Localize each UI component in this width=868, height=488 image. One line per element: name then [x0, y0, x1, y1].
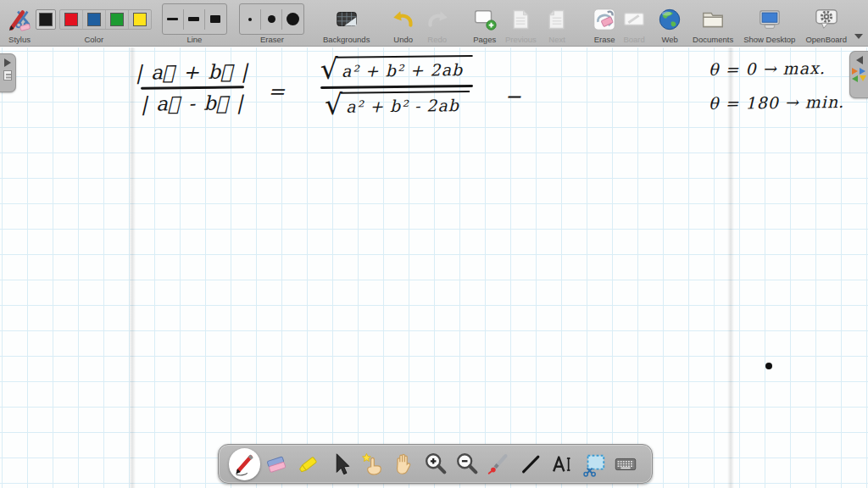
pages-label: Pages: [473, 35, 496, 44]
ink-rhs-fraction[interactable]: √ a² + b² + 2ab √ a² + b² - 2ab: [320, 55, 474, 119]
fraction-bar: [320, 85, 473, 89]
color-swatch-black[interactable]: [36, 9, 56, 30]
dropdown-caret-icon: [854, 34, 863, 39]
lhs-numerator: | a⃗ + b⃗ |: [134, 60, 251, 84]
left-palette-tab[interactable]: [0, 53, 16, 92]
erase-page-button[interactable]: Erase: [590, 0, 619, 46]
laser-tool-button[interactable]: [483, 448, 515, 480]
zoom-out-tool-button[interactable]: [451, 448, 482, 480]
expand-right-icon: [4, 58, 11, 67]
text-icon: [549, 452, 575, 477]
redo-button: Redo: [423, 0, 452, 46]
cursor-arrow-icon: [327, 452, 353, 477]
fraction-bar: [141, 86, 244, 89]
color-group: Color: [39, 0, 149, 46]
right-library-tab[interactable]: [849, 51, 868, 98]
line-label: Line: [186, 35, 202, 44]
whiteboard-canvas[interactable]: | a⃗ + b⃗ | | a⃗ - b⃗ | = √ a² + b² + 2a…: [0, 47, 868, 488]
capture-tool-button[interactable]: [578, 448, 609, 480]
stylus-label: Stylus: [8, 35, 31, 44]
line-tool-button[interactable]: [515, 448, 546, 480]
next-page-icon: [545, 3, 569, 35]
ink-dot[interactable]: [765, 363, 772, 369]
capture-icon: [581, 452, 607, 477]
undo-label: Undo: [393, 35, 413, 44]
zoom-in-tool-button[interactable]: [420, 448, 451, 480]
highlighter-tool-button[interactable]: [292, 448, 324, 480]
pages-button[interactable]: Pages: [470, 0, 499, 46]
color-swatch-red[interactable]: [60, 10, 83, 29]
lhs-denominator: | a⃗ - b⃗ |: [139, 92, 246, 115]
stylus-icon: [7, 3, 32, 35]
rhs-denominator-radicand: a² + b² - 2ab: [341, 91, 470, 119]
eraser-label: Eraser: [260, 35, 284, 44]
stylus-palette-button[interactable]: Stylus: [5, 0, 34, 46]
eraser-size-large-button[interactable]: [282, 9, 303, 30]
line-width-thick-button[interactable]: [205, 9, 226, 30]
eraser-size-medium-button[interactable]: [261, 9, 282, 30]
interact-tool-button[interactable]: [356, 448, 387, 480]
ink-note-min[interactable]: θ = 180 → min.: [709, 92, 844, 113]
text-tool-button[interactable]: [547, 448, 578, 480]
line-width-medium-button[interactable]: [184, 9, 205, 30]
redo-label: Redo: [427, 35, 447, 44]
eraser-icon: [264, 452, 289, 477]
backgrounds-button[interactable]: Backgrounds: [323, 0, 370, 46]
highlighter-icon: [296, 452, 321, 477]
laser-pointer-icon: [486, 452, 511, 477]
documents-button[interactable]: Documents: [690, 0, 736, 46]
backgrounds-icon: [333, 3, 360, 35]
eraser-group: Eraser: [240, 0, 304, 46]
next-label: Next: [548, 35, 565, 44]
ink-equals-sign[interactable]: =: [268, 80, 285, 103]
ink-trailing-dash[interactable]: −: [504, 85, 521, 108]
color-label: Color: [84, 35, 103, 44]
library-items-icon: [852, 68, 866, 82]
documents-label: Documents: [693, 35, 733, 44]
openboard-gear-icon: [813, 3, 840, 35]
keyboard-icon: [613, 452, 638, 477]
board-button: Board: [619, 0, 649, 46]
show-desktop-label: Show Desktop: [743, 35, 795, 44]
previous-button: Previous: [504, 0, 537, 46]
previous-page-icon: [509, 3, 532, 35]
openboard-label: OpenBoard: [805, 35, 847, 44]
web-globe-icon: [657, 3, 682, 35]
eraser-tool-button[interactable]: [260, 448, 292, 480]
ink-lhs-fraction[interactable]: | a⃗ + b⃗ | | a⃗ - b⃗ |: [141, 60, 245, 114]
hand-icon: [391, 452, 416, 477]
zoom-in-icon: [423, 452, 448, 477]
line-group: Line: [163, 0, 227, 46]
magic-finger-icon: [359, 452, 385, 477]
line-icon: [518, 452, 543, 477]
eraser-size-small-button[interactable]: [240, 9, 261, 30]
erase-icon: [592, 3, 617, 35]
show-desktop-button[interactable]: Show Desktop: [741, 0, 798, 46]
ink-note-max[interactable]: θ = 0 → max.: [709, 58, 826, 79]
rhs-numerator-radicand: a² + b² + 2ab: [337, 55, 474, 83]
pages-icon: [472, 3, 498, 35]
mode-buttons: Board Web: [619, 0, 863, 46]
color-swatch-yellow[interactable]: [129, 10, 151, 29]
undo-icon: [391, 3, 416, 35]
pen-tool-button[interactable]: [229, 448, 260, 480]
selector-tool-button[interactable]: [324, 448, 355, 480]
pan-tool-button[interactable]: [387, 448, 419, 480]
page-edge-left: [129, 47, 136, 488]
openboard-menu-button[interactable]: OpenBoard: [803, 0, 849, 46]
next-button: Next: [542, 0, 571, 46]
web-button[interactable]: Web: [654, 0, 685, 46]
zoom-out-icon: [454, 452, 480, 477]
board-label: Board: [623, 35, 644, 44]
show-desktop-icon: [756, 3, 783, 35]
openboard-menu-caret[interactable]: [854, 0, 863, 46]
color-swatch-blue[interactable]: [83, 10, 106, 29]
line-width-thin-button[interactable]: [163, 9, 184, 30]
color-swatch-green[interactable]: [106, 10, 129, 29]
pages-thumbnail-icon: [3, 70, 12, 80]
top-toolbar: Stylus Color Line: [0, 0, 868, 47]
tool-dock: [218, 444, 653, 484]
board-icon: [621, 3, 647, 35]
keyboard-tool-button[interactable]: [610, 448, 642, 480]
undo-button[interactable]: Undo: [389, 0, 418, 46]
